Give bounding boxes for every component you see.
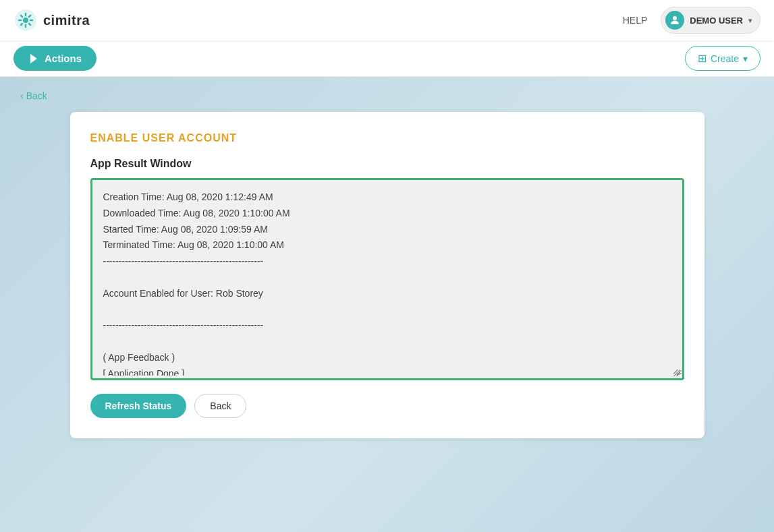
card: ENABLE USER ACCOUNT App Result Window Re… <box>70 112 704 438</box>
main-area: ‹ Back ENABLE USER ACCOUNT App Result Wi… <box>0 77 774 452</box>
result-textarea-wrapper <box>90 178 684 380</box>
toolbar: Actions ⊞ Create ▾ <box>0 40 774 77</box>
back-link[interactable]: ‹ Back <box>20 90 754 101</box>
svg-point-10 <box>673 16 677 20</box>
play-icon <box>28 53 39 64</box>
refresh-status-button[interactable]: Refresh Status <box>90 394 187 418</box>
user-label: DEMO USER <box>690 16 743 26</box>
create-label: Create <box>711 53 739 64</box>
navbar-left: cimitra <box>13 8 90 32</box>
back-button[interactable]: Back <box>194 394 246 418</box>
actions-button[interactable]: Actions <box>13 46 96 71</box>
svg-line-6 <box>29 24 30 25</box>
svg-marker-11 <box>30 54 37 63</box>
plus-icon: ⊞ <box>698 52 707 65</box>
svg-line-8 <box>21 24 22 25</box>
svg-point-9 <box>23 18 28 23</box>
result-textarea[interactable] <box>92 180 682 376</box>
create-button[interactable]: ⊞ Create ▾ <box>685 46 761 71</box>
user-avatar <box>665 11 684 30</box>
card-title: ENABLE USER ACCOUNT <box>90 132 684 144</box>
user-menu-button[interactable]: DEMO USER ▾ <box>661 7 761 34</box>
button-row: Refresh Status Back <box>90 394 684 418</box>
user-chevron-icon: ▾ <box>748 17 752 24</box>
navbar: cimitra HELP DEMO USER ▾ <box>0 0 774 40</box>
section-label: App Result Window <box>90 158 684 170</box>
actions-label: Actions <box>45 53 82 64</box>
help-link[interactable]: HELP <box>623 15 648 26</box>
svg-line-7 <box>29 16 30 17</box>
create-chevron-icon: ▾ <box>743 53 748 64</box>
svg-line-5 <box>21 16 22 17</box>
back-link-label: Back <box>26 90 47 101</box>
logo-icon <box>13 8 38 32</box>
logo-text: cimitra <box>43 13 90 28</box>
navbar-right: HELP DEMO USER ▾ <box>623 7 761 34</box>
back-chevron-icon: ‹ <box>20 90 24 101</box>
